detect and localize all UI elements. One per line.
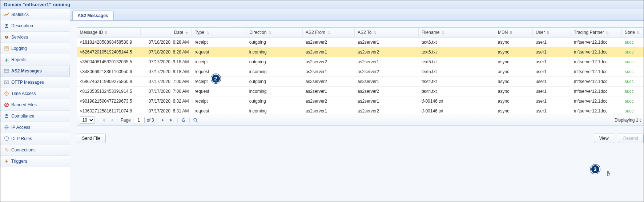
svg-point-18 — [194, 118, 197, 121]
sidebar-item-services[interactable]: Services — [0, 32, 70, 43]
column-header-type[interactable]: Type ⇅ — [192, 28, 246, 37]
column-header-mdn[interactable]: MDN ⇅ — [495, 28, 533, 37]
cell-mdn: async — [495, 77, 533, 87]
svg-line-13 — [5, 103, 8, 106]
cell-filename: text5.txt — [419, 57, 495, 67]
page-input[interactable] — [133, 117, 145, 123]
cell-as2-to: as2server2 — [355, 106, 419, 115]
table-row[interactable]: <8480669218361160950.607/17/2020, 9:18 A… — [77, 67, 644, 77]
svg-rect-3 — [5, 47, 8, 50]
sidebar-item-oftp-messages[interactable]: OFTP Messages — [0, 77, 70, 88]
column-header-trading-partner[interactable]: Trading Partner ⇅ — [571, 28, 622, 37]
sidebar-item-dlp-rules[interactable]: DLP Rules — [0, 133, 70, 144]
clock-icon — [4, 91, 9, 96]
cell-filename: text5.txt — [419, 67, 495, 77]
column-header-filename[interactable]: Filename ⇅ — [419, 28, 495, 37]
page-title: Domain "mftserver1" running — [0, 0, 644, 9]
column-header-direction[interactable]: Direction ⇅ — [246, 28, 303, 37]
cell-message-id: <6264720105192405144.5 — [77, 47, 141, 57]
cell-trading-partner: mftserver12.1doc — [571, 106, 622, 115]
cell-as2-to: as2server1 — [355, 57, 419, 67]
table-row[interactable]: <1818142858898458530.907/18/2020, 6:28 A… — [77, 37, 644, 47]
cell-direction: incoming — [246, 106, 303, 115]
view-button[interactable]: View — [594, 134, 614, 143]
tab-as2-messages[interactable]: AS2 Messages — [72, 11, 114, 20]
sort-icon: ⇅ — [440, 31, 444, 35]
cell-as2-from: as2server1 — [303, 47, 355, 57]
sidebar-item-time-access[interactable]: Time Access — [0, 88, 70, 99]
cell-as2-to: as2server1 — [355, 96, 419, 106]
column-header-date[interactable]: Date ▼ — [141, 28, 192, 37]
page-total: of 3 — [147, 118, 154, 123]
sidebar-item-connections[interactable]: Connections — [0, 144, 70, 156]
prev-page-button[interactable] — [109, 117, 115, 123]
first-page-button[interactable] — [100, 117, 106, 123]
column-header-message-id[interactable]: Message ID ⇅ — [77, 28, 141, 37]
table-row[interactable]: <9019821500477229673.507/17/2020, 6:32 A… — [77, 96, 644, 106]
cell-trading-partner: mftserver12.1doc — [571, 67, 622, 77]
cell-message-id: <8123535132453391914.5 — [77, 87, 141, 96]
sidebar-item-statistics[interactable]: Statistics — [0, 9, 70, 20]
svg-rect-7 — [6, 59, 7, 62]
cell-trading-partner: mftserver12.1doc — [571, 37, 622, 47]
cell-trading-partner: mftserver12.1doc — [571, 96, 622, 106]
last-page-button[interactable] — [168, 117, 175, 123]
envelope-icon — [4, 68, 9, 74]
annotation-badge-3: 3 — [591, 165, 600, 174]
cell-direction: outgoing — [246, 77, 303, 87]
resend-button[interactable]: Resend — [618, 134, 644, 143]
sidebar-item-as2-messages[interactable]: AS2 Messages — [0, 66, 70, 77]
refresh-button[interactable] — [180, 117, 187, 123]
page-size-select[interactable]: 10 — [80, 116, 94, 124]
table-row[interactable]: <8123535132453391914.507/17/2020, 7:00 A… — [77, 87, 644, 96]
cell-as2-from: as2server1 — [303, 87, 355, 96]
send-file-button[interactable]: Send File — [77, 134, 106, 143]
sidebar-item-label: Statistics — [11, 12, 29, 17]
cell-trading-partner: mftserver12.1doc — [571, 47, 622, 57]
sidebar-item-label: Logging — [11, 46, 27, 51]
cell-as2-from: as2server2 — [303, 57, 355, 67]
cell-message-id: <6867462119909275860.8 — [77, 77, 141, 87]
table-row[interactable]: <6867462119909275860.807/17/2020, 7:00 A… — [77, 77, 644, 87]
sidebar-item-description[interactable]: Description — [0, 20, 70, 32]
chart-line-icon — [4, 12, 9, 17]
sidebar-item-label: Time Access — [11, 91, 36, 96]
table-row[interactable]: <1360271258161171074.807/17/2020, 6:31 A… — [77, 106, 644, 115]
svg-point-14 — [5, 114, 8, 116]
sidebar-item-logging[interactable]: Logging — [0, 43, 70, 54]
column-header-user[interactable]: User ⇅ — [533, 28, 571, 37]
gears-icon — [4, 35, 9, 40]
sidebar-item-label: Description — [11, 23, 33, 28]
sidebar-item-label: OFTP Messages — [11, 80, 44, 85]
sort-icon: ⇅ — [546, 31, 550, 35]
messages-grid: Message ID ⇅Date ▼Type ⇅Direction ⇅AS2 F… — [77, 27, 644, 126]
cell-direction: incoming — [246, 47, 303, 57]
cell-state: succ — [622, 96, 644, 106]
cell-direction: outgoing — [246, 37, 303, 47]
sidebar-item-compliance[interactable]: Compliance — [0, 111, 70, 122]
svg-point-0 — [5, 24, 8, 26]
cell-direction: incoming — [246, 67, 303, 77]
search-button[interactable] — [192, 117, 199, 123]
sidebar-item-ip-access[interactable]: IP Access — [0, 122, 70, 133]
table-row[interactable]: <3500408145320132035.507/17/2020, 9:18 A… — [77, 57, 644, 67]
column-header-as2-from[interactable]: AS2 From ⇅ — [303, 28, 355, 37]
table-row[interactable]: <6264720105192405144.507/18/2020, 6:28 A… — [77, 47, 644, 57]
sidebar-item-reports[interactable]: Reports — [0, 54, 70, 66]
cell-user: user1 — [533, 106, 571, 115]
sidebar-item-triggers[interactable]: Triggers — [0, 156, 70, 167]
cell-direction: incoming — [246, 87, 303, 96]
cell-filename: text6.txt — [419, 37, 495, 47]
sidebar-item-banned-files[interactable]: Banned Files — [0, 99, 70, 111]
cell-state: succ — [622, 106, 644, 115]
cell-user: user1 — [533, 57, 571, 67]
cell-state: succ — [622, 47, 644, 57]
cell-mdn: async — [495, 57, 533, 67]
cell-type: receipt — [192, 37, 246, 47]
next-page-button[interactable] — [160, 117, 166, 123]
column-header-state[interactable]: State ⇅ — [622, 28, 644, 37]
column-header-as2-to[interactable]: AS2 To ⇅ — [355, 28, 419, 37]
cell-mdn: async — [495, 106, 533, 115]
sidebar-item-label: AS2 Messages — [11, 68, 42, 74]
cell-mdn: async — [495, 67, 533, 77]
